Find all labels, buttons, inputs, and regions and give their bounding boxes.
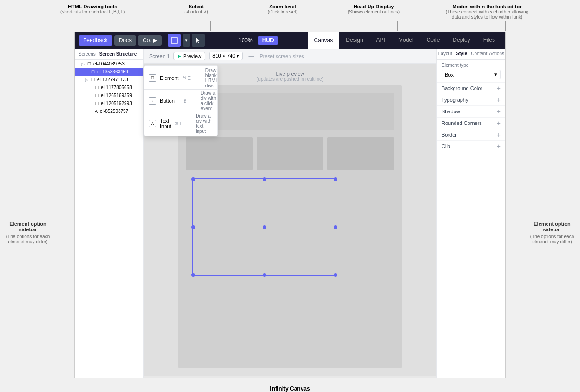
- left-annotation-title: Element option sidebar: [0, 221, 56, 232]
- right-annotation-sub: (The options for each elmenet may differ…: [524, 234, 580, 244]
- tab-canvas[interactable]: Canvas: [308, 32, 340, 49]
- sidebar-header: Screens Screen Structure: [75, 49, 143, 60]
- annotation-modes-sub: (These connect with each other allowing …: [441, 9, 534, 20]
- screens-tab[interactable]: Screens: [79, 52, 96, 57]
- typography-add[interactable]: +: [497, 96, 501, 104]
- play-icon: ▶: [178, 53, 181, 59]
- border-add[interactable]: +: [497, 131, 501, 138]
- right-sidebar: Layout Style Content Actions Element typ…: [436, 49, 505, 378]
- tab-design[interactable]: Design: [339, 32, 369, 49]
- annotation-select-sub: (shortcut V): [184, 9, 208, 14]
- tree-item-el1327[interactable]: ▷ ☐ el-1327971133: [75, 76, 143, 84]
- chevron-down-icon: ▾: [494, 72, 497, 78]
- live-preview-sub: (updates are pushed in realtime): [257, 77, 323, 82]
- tree-expand-icon2: ▷: [85, 78, 90, 82]
- tab-model[interactable]: Model: [392, 32, 420, 49]
- handle-bl[interactable]: [191, 273, 195, 277]
- right-annotation-title: Element option sidebar: [524, 221, 580, 232]
- element-type-select[interactable]: Box ▾: [442, 70, 501, 79]
- annotation-zoom-sub: (Click to reset): [268, 9, 297, 14]
- tree-item-el1177[interactable]: ☐ el-1177805658: [75, 84, 143, 91]
- dropdown-element[interactable]: ☐ Element ⌘ E: [144, 72, 195, 85]
- tree-item-el1353[interactable]: ☐ el-1353363459: [75, 68, 143, 76]
- rounded-corners-add[interactable]: +: [497, 119, 501, 127]
- left-annotation-sub: (The options for each elmenet may differ…: [0, 234, 56, 244]
- tab-actions[interactable]: Actions: [488, 49, 505, 59]
- tree-item-el1044[interactable]: ▷ ☐ el-1044089753: [75, 60, 143, 68]
- dropdown-button[interactable]: ○ Button ⌘ B: [144, 94, 191, 107]
- draw-tool-button[interactable]: [168, 34, 181, 47]
- tree-item-el1205[interactable]: ☐ el-1205192993: [75, 99, 143, 107]
- border-row: Border +: [437, 129, 505, 141]
- text-input-icon: A: [149, 120, 156, 127]
- handle-mr[interactable]: [334, 225, 337, 229]
- main-area: Screens Screen Structure ▷ ☐ el-10440897…: [75, 49, 505, 378]
- right-sidebar-tabs: Layout Style Content Actions: [437, 49, 505, 60]
- docs-button[interactable]: Docs: [114, 35, 136, 46]
- handle-tr[interactable]: [334, 177, 337, 181]
- tool-dropdown-menu: ☐ Element ⌘ E Draw blank HTML divs: [144, 65, 218, 136]
- screen-structure-tab[interactable]: Screen Structure: [99, 52, 137, 57]
- selected-element[interactable]: [192, 178, 336, 276]
- size-select[interactable]: 810 × 740 ▾: [209, 52, 243, 60]
- feedback-button[interactable]: Feedback: [79, 35, 112, 46]
- co-button[interactable]: Co. ▶: [138, 35, 162, 46]
- tab-layout[interactable]: Layout: [437, 49, 454, 59]
- button-icon: ○: [149, 97, 156, 105]
- screen-1-tab[interactable]: Screen 1: [149, 53, 170, 59]
- annotation-select: Select: [184, 4, 208, 9]
- element-icon: ☐: [149, 74, 156, 82]
- handle-br[interactable]: [334, 273, 337, 277]
- annotation-html-tools: HTML Drawing tools: [60, 4, 125, 9]
- svg-rect-0: [171, 38, 177, 43]
- hud-button[interactable]: HUD: [258, 36, 278, 45]
- tool-dropdown-button[interactable]: ▼: [183, 34, 190, 47]
- tab-code[interactable]: Code: [420, 32, 447, 49]
- canvas-toolbar: Screen 1 ▶ Preview 810 × 740 ▾ — Preset …: [144, 49, 436, 64]
- annotation-hud-sub: (Shows element outlines): [348, 9, 400, 14]
- mode-tabs: Canvas Design API Model Code Deploy File…: [308, 32, 501, 49]
- navbar: Feedback Docs Co. ▶ ▼: [75, 32, 505, 49]
- annotation-html-tools-sub: (shortcuts for each tool E,B,I,T): [60, 9, 125, 14]
- rounded-corners-row: Rounded Corners +: [437, 118, 505, 129]
- dropdown-divider2: [144, 112, 218, 112]
- dropdown-text-input[interactable]: A Text Input ⌘ I: [144, 115, 186, 132]
- tab-files[interactable]: Files: [477, 32, 501, 49]
- handle-mc[interactable]: [263, 225, 266, 229]
- annotation-modes: Modes within the funk editor: [441, 4, 534, 9]
- tree-item-el1265[interactable]: ☐ el-1265169359: [75, 91, 143, 99]
- element-type-section: Element type Box ▾: [437, 60, 505, 83]
- tab-deploy[interactable]: Deploy: [446, 32, 476, 49]
- annotation-hud: Head Up Display: [348, 4, 400, 9]
- shadow-add[interactable]: +: [497, 108, 501, 115]
- left-sidebar: Screens Screen Structure ▷ ☐ el-10440897…: [75, 49, 144, 378]
- handle-bc[interactable]: [263, 273, 266, 277]
- tree-expand-icon: ▷: [81, 62, 86, 66]
- background-color-row: Background Color +: [437, 83, 505, 94]
- handle-tl[interactable]: [191, 177, 195, 181]
- select-tool-button[interactable]: [192, 34, 205, 47]
- handle-tc[interactable]: [263, 177, 266, 181]
- tree-item-el852[interactable]: A el-852503757: [75, 107, 143, 115]
- zoom-display[interactable]: 100%: [235, 37, 257, 44]
- dropdown-divider1: [144, 89, 218, 90]
- handle-ml[interactable]: [191, 225, 195, 229]
- background-color-add[interactable]: +: [497, 85, 501, 92]
- tab-style[interactable]: Style: [454, 49, 470, 59]
- typography-row: Typography +: [437, 94, 505, 106]
- annotation-zoom: Zoom level: [268, 4, 297, 9]
- shadow-row: Shadow +: [437, 106, 505, 118]
- tab-content[interactable]: Content: [470, 49, 488, 59]
- nav-separator: [165, 36, 165, 45]
- live-preview-title: Live preview: [257, 71, 323, 77]
- bottom-title: Infinity Canvas: [0, 385, 580, 392]
- clip-row: Clip +: [437, 141, 505, 152]
- preset-label: Preset screen sizes: [259, 53, 304, 59]
- preview-button[interactable]: ▶ Preview: [173, 52, 205, 60]
- clip-add[interactable]: +: [497, 143, 501, 150]
- tab-api[interactable]: API: [370, 32, 392, 49]
